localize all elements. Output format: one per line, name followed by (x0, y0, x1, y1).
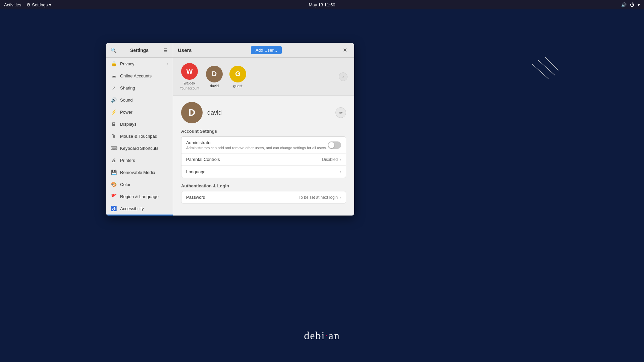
debian-dot: · (325, 329, 328, 342)
sidebar-label-keyboard-shortcuts: Keyboard Shortcuts (120, 146, 168, 151)
auth-login-card: Password To be set at next login › (181, 191, 346, 203)
topbar: Activities ⚙ Settings ▾ May 13 11:50 🔊 ⏻… (0, 0, 644, 9)
parental-controls-arrow-icon: › (340, 157, 341, 162)
printers-icon: 🖨 (111, 158, 117, 163)
password-row[interactable]: Password To be set at next login › (181, 191, 346, 203)
password-arrow-icon: › (340, 195, 341, 200)
user-david[interactable]: D david (206, 66, 223, 88)
topbar-datetime: May 13 11:50 (309, 2, 335, 7)
close-button[interactable]: ✕ (341, 46, 350, 55)
your-account-label: Your account (180, 86, 199, 90)
selected-user-name: david (207, 109, 331, 116)
sidebar-label-accessibility: Accessibility (120, 206, 168, 211)
keyboard-icon: ⌨ (111, 145, 117, 151)
sidebar-item-displays[interactable]: 🖥 Displays (106, 118, 173, 130)
sidebar-item-online-accounts[interactable]: ☁ Online Accounts (106, 70, 173, 82)
chevron-right-icon: › (342, 74, 344, 79)
avatar-david: D (206, 66, 223, 82)
displays-icon: 🖥 (111, 121, 117, 127)
sidebar-item-users[interactable]: 👥 Users (106, 215, 173, 216)
sidebar: 🔒 Privacy › ☁ Online Accounts ↗ Sharing … (106, 58, 173, 216)
sidebar-item-accessibility[interactable]: ♿ Accessibility (106, 202, 173, 215)
sidebar-label-sound: Sound (120, 98, 168, 103)
sidebar-item-printers[interactable]: 🖨 Printers (106, 154, 173, 166)
user-guest[interactable]: G guest (229, 66, 246, 88)
region-icon: 🚩 (111, 194, 117, 199)
window-header: 🔍 Settings ☰ Users Add User... ✕ (106, 43, 354, 58)
chevron-right-icon: › (167, 62, 168, 66)
accessibility-icon: ♿ (111, 206, 117, 211)
close-icon: ✕ (343, 47, 347, 53)
administrator-sublabel: Administrators can add and remove other … (186, 146, 328, 150)
user-guest-name: guest (233, 84, 243, 88)
sound-icon: 🔊 (111, 97, 117, 103)
sidebar-label-region-language: Region & Language (120, 194, 168, 199)
language-dash: — (333, 169, 338, 174)
sidebar-item-keyboard-shortcuts[interactable]: ⌨ Keyboard Shortcuts (106, 142, 173, 154)
chevron-down-icon: ▾ (49, 2, 51, 7)
user-david-name: david (210, 84, 219, 88)
account-settings-card: Administrator Administrators can add and… (181, 136, 346, 178)
hamburger-button[interactable]: ☰ (161, 46, 170, 55)
sharing-icon: ↗ (111, 85, 117, 90)
topbar-right: 🔊 ⏻ ▾ (621, 2, 640, 7)
parental-controls-value: Disabled (322, 157, 338, 162)
users-next-button[interactable]: › (339, 72, 347, 81)
sidebar-item-region-language[interactable]: 🚩 Region & Language (106, 190, 173, 202)
selected-user-avatar: D (181, 102, 203, 123)
sidebar-label-printers: Printers (120, 158, 168, 163)
password-value: To be set at next login (299, 195, 338, 200)
users-strip: W waldek Your account D david G guest › (173, 58, 354, 96)
account-settings-title: Account Settings (181, 129, 346, 134)
svg-line-2 (532, 64, 548, 79)
sidebar-item-sharing[interactable]: ↗ Sharing (106, 82, 173, 94)
main-content: W waldek Your account D david G guest › (173, 58, 354, 216)
language-label: Language (186, 169, 333, 174)
user-waldek-name: waldek (184, 81, 195, 85)
administrator-label: Administrator (186, 140, 328, 145)
activities-label[interactable]: Activities (4, 2, 21, 7)
sidebar-item-removable-media[interactable]: 💾 Removable Media (106, 166, 173, 178)
sidebar-item-sound[interactable]: 🔊 Sound (106, 94, 173, 106)
sidebar-label-mouse-touchpad: Mouse & Touchpad (120, 134, 168, 139)
parental-controls-label: Parental Controls (186, 157, 322, 162)
svg-line-1 (538, 60, 555, 75)
parental-controls-row[interactable]: Parental Controls Disabled › (181, 154, 346, 166)
language-row[interactable]: Language — › (181, 166, 346, 178)
hamburger-icon: ☰ (163, 48, 168, 53)
administrator-row[interactable]: Administrator Administrators can add and… (181, 137, 346, 154)
main-header: Users Add User... ✕ (173, 43, 354, 57)
sidebar-item-mouse-touchpad[interactable]: 🖱 Mouse & Touchpad (106, 130, 173, 142)
volume-icon[interactable]: 🔊 (621, 2, 627, 7)
search-button[interactable]: 🔍 (109, 46, 118, 55)
sidebar-item-privacy[interactable]: 🔒 Privacy › (106, 58, 173, 70)
decorative-lines (518, 57, 558, 84)
sidebar-label-color: Color (120, 182, 168, 187)
edit-user-button[interactable]: ✏ (335, 107, 346, 118)
topbar-settings-label: Settings (32, 2, 48, 7)
password-label: Password (186, 195, 299, 200)
sidebar-item-color[interactable]: 🎨 Color (106, 178, 173, 190)
sidebar-label-sharing: Sharing (120, 85, 168, 90)
debian-text: debi·an (304, 329, 340, 342)
add-user-button[interactable]: Add User... (251, 46, 282, 54)
sidebar-header: 🔍 Settings ☰ (106, 43, 173, 57)
sidebar-label-power: Power (120, 110, 168, 115)
selected-user-header: D david ✏ (181, 102, 346, 123)
topbar-left: Activities ⚙ Settings ▾ (4, 2, 51, 7)
avatar-guest: G (229, 66, 246, 82)
window-body: 🔒 Privacy › ☁ Online Accounts ↗ Sharing … (106, 58, 354, 216)
sidebar-label-removable-media: Removable Media (120, 170, 168, 175)
power-menu-icon[interactable]: ⏻ (630, 2, 634, 7)
color-icon: 🎨 (111, 182, 117, 187)
auth-login-title: Authentication & Login (181, 183, 346, 188)
debian-logo: debi·an (304, 329, 340, 342)
power-icon: ⚡ (111, 109, 117, 115)
user-waldek[interactable]: W waldek Your account (180, 63, 199, 90)
sidebar-item-power[interactable]: ⚡ Power (106, 106, 173, 118)
avatar-waldek: W (181, 63, 198, 80)
sidebar-label-privacy: Privacy (120, 61, 163, 66)
administrator-toggle[interactable] (328, 141, 341, 149)
topbar-settings-menu[interactable]: ⚙ Settings ▾ (26, 2, 51, 7)
removable-media-icon: 💾 (111, 170, 117, 175)
